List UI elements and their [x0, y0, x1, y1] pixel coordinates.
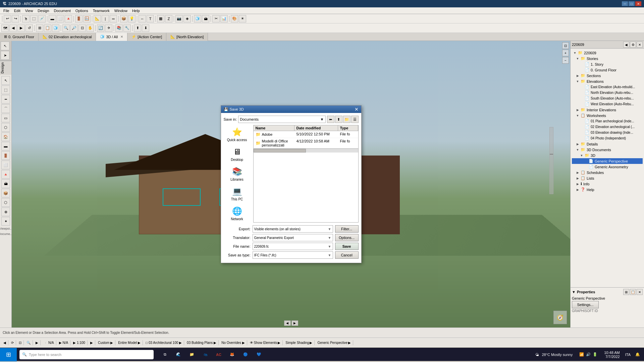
tb-surface[interactable]: 🏔: [202, 15, 209, 22]
rp-settings[interactable]: ⚙: [630, 42, 636, 48]
menu-options[interactable]: Options: [73, 8, 90, 13]
bt-building-plans[interactable]: 03 Building Plans ▶: [185, 340, 219, 345]
tb-fill[interactable]: ▩: [157, 15, 164, 22]
tree-item-sections[interactable]: ▶ 📁 Sections: [572, 73, 643, 78]
tb-3d[interactable]: 🧊: [194, 15, 201, 22]
file-row-adobe[interactable]: 📁 Adobe 5/10/2022 12:50 PM File fo: [254, 131, 358, 138]
tree-item-3d-docs[interactable]: ▼ 📁 3D Documents: [572, 147, 643, 153]
left-tool-1[interactable]: ↖: [1, 76, 10, 85]
tb-window[interactable]: 🪟: [83, 15, 91, 22]
tree-item-ws01[interactable]: 📄 01 Plan archeological (Inde...: [572, 118, 643, 124]
tree-item-story1[interactable]: 📄 1. Story: [572, 61, 643, 67]
tb2-orbit[interactable]: 🔄: [97, 24, 104, 32]
tb2-nav[interactable]: 🗺: [1, 24, 9, 32]
rp-expand[interactable]: ◀: [623, 42, 629, 48]
tree-item-generic-persp[interactable]: 📄 Generic Perspective: [572, 158, 643, 164]
tree-item-ws03[interactable]: 📄 03 Elevation drawing (Inde...: [572, 130, 643, 135]
tree-item-west-elev[interactable]: 📄 West Elevation (Auto-Rebu...: [572, 101, 643, 107]
tb-section[interactable]: ✂: [212, 15, 220, 22]
taskbar-task-view[interactable]: ⧉: [159, 349, 171, 361]
tb2-export[interactable]: ⬆: [134, 24, 141, 32]
tb-beam[interactable]: ═: [110, 15, 117, 22]
bt-nav[interactable]: N/A: [46, 340, 56, 345]
tb2-import[interactable]: ⬇: [142, 24, 149, 32]
bt-model[interactable]: Custom ▶: [96, 340, 115, 345]
tb-slab[interactable]: ⬜: [57, 15, 64, 22]
left-tool-13[interactable]: 📦: [1, 189, 10, 197]
left-tool-14[interactable]: ⬡: [1, 198, 10, 207]
dlg-up-btn[interactable]: ⬆: [335, 116, 342, 123]
tab-action-center[interactable]: ⚡ [Action Center]: [127, 33, 166, 41]
tb2-back[interactable]: ◀: [9, 24, 17, 32]
file-list-scrollbar[interactable]: [254, 148, 358, 153]
tb2-fly[interactable]: ✈: [105, 24, 112, 32]
tb2-pan[interactable]: ✋: [87, 24, 94, 32]
bt-level[interactable]: ▶ N/A: [57, 340, 70, 345]
maximize-button[interactable]: □: [629, 1, 635, 6]
left-tool-9[interactable]: 🚪: [1, 151, 10, 160]
tree-item-north-elev[interactable]: 📄 North Elevation (Auto-rebu...: [572, 90, 643, 96]
tb-select[interactable]: 🖱: [22, 15, 30, 22]
tb2-layers[interactable]: 📚: [115, 24, 123, 32]
tb-door[interactable]: 🚪: [75, 15, 83, 22]
tb2-zoom-in[interactable]: 🔍: [62, 24, 70, 32]
tree-item-info[interactable]: ▶ ℹ Info: [572, 181, 643, 187]
tb-roof[interactable]: 🔺: [65, 15, 72, 22]
dialog-close-button[interactable]: ✕: [355, 107, 359, 112]
bt-custom[interactable]: ▶: [88, 340, 95, 345]
left-tb-select[interactable]: ↖: [1, 42, 9, 50]
cancel-button[interactable]: Cancel: [335, 251, 359, 259]
tree-item-groundfloor[interactable]: 📄 0. Ground Floor: [572, 67, 643, 73]
rp-close[interactable]: ✕: [637, 42, 643, 48]
tree-item-ws04[interactable]: 📄 04 Photo (Independent): [572, 135, 643, 141]
left-tool-10[interactable]: ⬜: [1, 161, 10, 169]
tb-marquee[interactable]: ⬚: [30, 15, 38, 22]
tab-north-elevation[interactable]: 📐 [North Elevation]: [166, 33, 208, 41]
tab-3d-close[interactable]: ✕: [120, 35, 123, 39]
tree-item-220609[interactable]: ▼ 📁 220609: [572, 50, 643, 56]
dlg-desktop[interactable]: 🖥 Desktop: [224, 145, 251, 163]
left-tool-5[interactable]: ▭: [1, 114, 10, 122]
bt-nav-prev[interactable]: ◀: [1, 340, 8, 345]
tb-morph[interactable]: ◈: [183, 15, 191, 22]
tb-render[interactable]: 🎨: [231, 15, 238, 22]
left-tool-4[interactable]: ⌒: [1, 104, 10, 113]
props-tool1[interactable]: ⊞: [623, 289, 629, 295]
save-button[interactable]: Save: [335, 243, 359, 250]
menu-teamwork[interactable]: Teamwork: [91, 8, 112, 13]
options-button[interactable]: Options...: [335, 234, 359, 241]
start-button[interactable]: ⊞: [0, 348, 17, 361]
tb-object[interactable]: 📦: [120, 15, 127, 22]
close-button[interactable]: ✕: [635, 1, 641, 6]
menu-view[interactable]: View: [23, 8, 35, 13]
dlg-view-btn[interactable]: ☰: [351, 116, 359, 123]
dlg-libraries[interactable]: 📚 Libraries: [224, 165, 251, 183]
tree-item-east-elev[interactable]: 📄 East Elevation (Auto-rebuild...: [572, 84, 643, 90]
filename-combo[interactable]: 220609.fc ▼: [253, 243, 333, 250]
tb2-fwd[interactable]: ▶: [17, 24, 25, 32]
bt-orbit[interactable]: ⟳: [9, 340, 16, 345]
tree-item-help[interactable]: ▶ ❓ Help: [572, 187, 643, 192]
tb2-filter[interactable]: 🔧: [123, 24, 131, 32]
left-tool-11[interactable]: 🔺: [1, 170, 10, 179]
tb-eyedrop[interactable]: 💉: [38, 15, 46, 22]
menu-design[interactable]: Design: [36, 8, 51, 13]
menu-document[interactable]: Document: [52, 8, 73, 13]
bt-simple-shading[interactable]: Simple Shading ▶: [283, 340, 315, 345]
tb-camera[interactable]: 📷: [175, 15, 183, 22]
tree-item-3d[interactable]: ▼ 📁 3D: [572, 153, 643, 158]
tb2-view3[interactable]: 🧊: [52, 24, 59, 32]
file-row-modelli[interactable]: 📁 Modelli di Office personalizzati 4/12/…: [254, 138, 358, 148]
tb2-view2[interactable]: 📋: [44, 24, 51, 32]
tree-item-lists[interactable]: ▶ 📋 Lists: [572, 175, 643, 181]
tree-item-worksheets[interactable]: ▼ 📋 Worksheets: [572, 113, 643, 118]
taskbar-store[interactable]: 🛍: [199, 349, 211, 361]
left-tool-15[interactable]: ⊕: [1, 207, 10, 216]
bt-entire-model[interactable]: Entire Model ▶: [116, 340, 143, 345]
bt-generic-perspective[interactable]: Generic Perspective ▶: [315, 340, 353, 345]
tree-item-schedules[interactable]: ▶ 📋 Schedules: [572, 170, 643, 175]
left-tool-3[interactable]: ━: [1, 95, 10, 104]
bt-zoom-fit[interactable]: ⊡: [17, 340, 24, 345]
left-tool-7[interactable]: 🏠: [1, 132, 10, 141]
dlg-back-btn[interactable]: ⬅: [327, 116, 334, 123]
